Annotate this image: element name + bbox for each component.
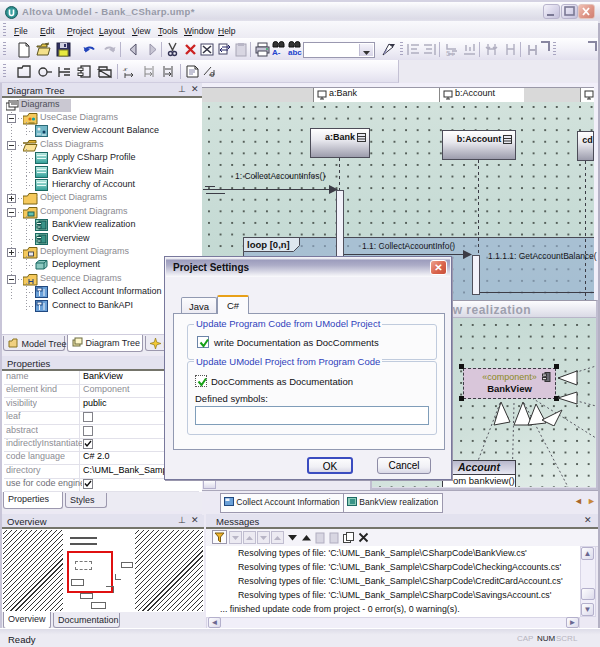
svg-text:5↓: 5↓	[446, 49, 454, 58]
svg-text:abc: abc	[288, 48, 302, 57]
svg-text:loop [0,n]: loop [0,n]	[247, 239, 290, 250]
svg-text:𝓍: 𝓍	[122, 64, 128, 73]
svg-text:0: 0	[210, 70, 215, 79]
svg-text:A-: A-	[272, 48, 281, 57]
